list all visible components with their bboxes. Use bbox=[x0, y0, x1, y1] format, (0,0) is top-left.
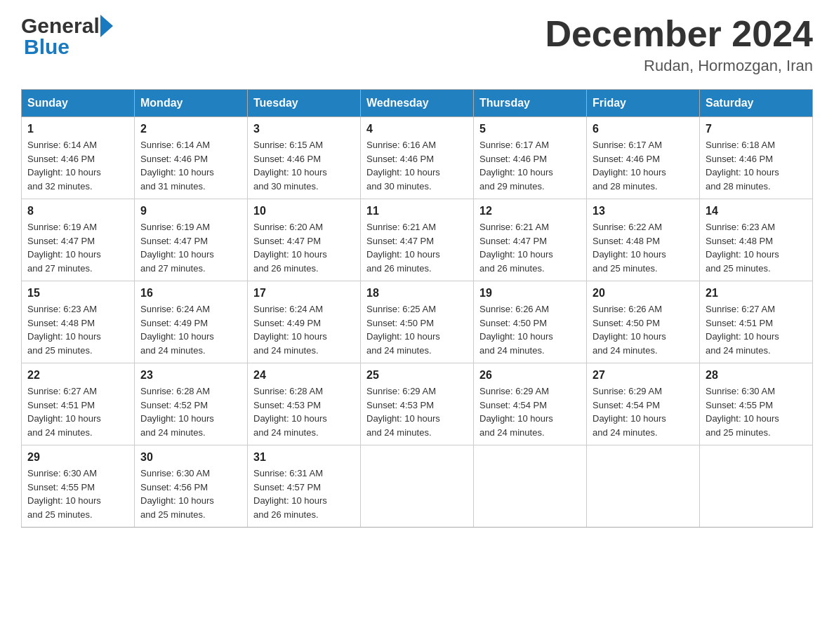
day-number: 9 bbox=[140, 205, 241, 217]
day-info: Sunrise: 6:20 AM Sunset: 4:47 PM Dayligh… bbox=[253, 220, 355, 275]
calendar-day-cell: 29 Sunrise: 6:30 AM Sunset: 4:55 PM Dayl… bbox=[22, 445, 135, 528]
day-number: 14 bbox=[706, 205, 807, 217]
day-info: Sunrise: 6:27 AM Sunset: 4:51 PM Dayligh… bbox=[27, 384, 128, 439]
day-info: Sunrise: 6:22 AM Sunset: 4:48 PM Dayligh… bbox=[593, 220, 694, 275]
calendar-day-cell: 19 Sunrise: 6:26 AM Sunset: 4:50 PM Dayl… bbox=[474, 281, 587, 363]
day-info: Sunrise: 6:27 AM Sunset: 4:51 PM Dayligh… bbox=[706, 302, 807, 357]
day-number: 20 bbox=[593, 287, 694, 300]
calendar-day-cell: 1 Sunrise: 6:14 AM Sunset: 4:46 PM Dayli… bbox=[22, 117, 135, 199]
day-number: 16 bbox=[140, 287, 241, 300]
weekday-header-sunday: Sunday bbox=[22, 90, 135, 117]
day-number: 5 bbox=[479, 123, 581, 135]
day-info: Sunrise: 6:30 AM Sunset: 4:56 PM Dayligh… bbox=[140, 467, 241, 521]
month-year-title: December 2024 bbox=[545, 14, 813, 54]
calendar-day-cell: 2 Sunrise: 6:14 AM Sunset: 4:46 PM Dayli… bbox=[135, 117, 248, 199]
day-number: 13 bbox=[593, 205, 694, 217]
day-number: 1 bbox=[27, 123, 128, 135]
calendar-day-cell: 6 Sunrise: 6:17 AM Sunset: 4:46 PM Dayli… bbox=[587, 117, 700, 199]
day-number: 6 bbox=[593, 123, 694, 135]
day-info: Sunrise: 6:29 AM Sunset: 4:54 PM Dayligh… bbox=[593, 384, 694, 439]
calendar-day-cell bbox=[361, 445, 474, 528]
day-info: Sunrise: 6:25 AM Sunset: 4:50 PM Dayligh… bbox=[366, 302, 468, 357]
day-info: Sunrise: 6:18 AM Sunset: 4:46 PM Dayligh… bbox=[706, 138, 807, 193]
day-info: Sunrise: 6:17 AM Sunset: 4:46 PM Dayligh… bbox=[593, 138, 694, 193]
day-info: Sunrise: 6:28 AM Sunset: 4:53 PM Dayligh… bbox=[253, 384, 355, 439]
day-info: Sunrise: 6:21 AM Sunset: 4:47 PM Dayligh… bbox=[366, 220, 468, 275]
day-number: 7 bbox=[706, 123, 807, 135]
calendar-day-cell: 22 Sunrise: 6:27 AM Sunset: 4:51 PM Dayl… bbox=[22, 363, 135, 445]
calendar-week-row: 22 Sunrise: 6:27 AM Sunset: 4:51 PM Dayl… bbox=[22, 363, 813, 445]
day-number: 29 bbox=[27, 451, 128, 464]
calendar-day-cell: 25 Sunrise: 6:29 AM Sunset: 4:53 PM Dayl… bbox=[361, 363, 474, 445]
calendar-week-row: 29 Sunrise: 6:30 AM Sunset: 4:55 PM Dayl… bbox=[22, 445, 813, 528]
day-number: 23 bbox=[140, 369, 241, 382]
day-info: Sunrise: 6:16 AM Sunset: 4:46 PM Dayligh… bbox=[366, 138, 468, 193]
calendar-day-cell: 7 Sunrise: 6:18 AM Sunset: 4:46 PM Dayli… bbox=[700, 117, 813, 199]
calendar-day-cell: 5 Sunrise: 6:17 AM Sunset: 4:46 PM Dayli… bbox=[474, 117, 587, 199]
day-number: 31 bbox=[253, 451, 355, 464]
calendar-day-cell: 10 Sunrise: 6:20 AM Sunset: 4:47 PM Dayl… bbox=[248, 199, 361, 281]
day-info: Sunrise: 6:19 AM Sunset: 4:47 PM Dayligh… bbox=[27, 220, 128, 275]
day-info: Sunrise: 6:19 AM Sunset: 4:47 PM Dayligh… bbox=[140, 220, 241, 275]
day-number: 30 bbox=[140, 451, 241, 464]
calendar-table: SundayMondayTuesdayWednesdayThursdayFrid… bbox=[21, 89, 813, 528]
day-number: 19 bbox=[479, 287, 581, 300]
logo-general-text: General bbox=[21, 14, 100, 38]
day-info: Sunrise: 6:23 AM Sunset: 4:48 PM Dayligh… bbox=[27, 302, 128, 357]
calendar-day-cell: 20 Sunrise: 6:26 AM Sunset: 4:50 PM Dayl… bbox=[587, 281, 700, 363]
day-info: Sunrise: 6:26 AM Sunset: 4:50 PM Dayligh… bbox=[479, 302, 581, 357]
calendar-day-cell: 31 Sunrise: 6:31 AM Sunset: 4:57 PM Dayl… bbox=[248, 445, 361, 528]
calendar-day-cell bbox=[700, 445, 813, 528]
calendar-day-cell: 14 Sunrise: 6:23 AM Sunset: 4:48 PM Dayl… bbox=[700, 199, 813, 281]
page-header: General Blue December 2024 Rudan, Hormoz… bbox=[21, 14, 813, 75]
day-info: Sunrise: 6:28 AM Sunset: 4:52 PM Dayligh… bbox=[140, 384, 241, 439]
calendar-day-cell: 18 Sunrise: 6:25 AM Sunset: 4:50 PM Dayl… bbox=[361, 281, 474, 363]
day-number: 4 bbox=[366, 123, 468, 135]
calendar-day-cell bbox=[474, 445, 587, 528]
calendar-header-row: SundayMondayTuesdayWednesdayThursdayFrid… bbox=[22, 90, 813, 117]
calendar-day-cell: 24 Sunrise: 6:28 AM Sunset: 4:53 PM Dayl… bbox=[248, 363, 361, 445]
day-info: Sunrise: 6:31 AM Sunset: 4:57 PM Dayligh… bbox=[253, 467, 355, 521]
day-number: 11 bbox=[366, 205, 468, 217]
calendar-day-cell: 8 Sunrise: 6:19 AM Sunset: 4:47 PM Dayli… bbox=[22, 199, 135, 281]
calendar-day-cell: 21 Sunrise: 6:27 AM Sunset: 4:51 PM Dayl… bbox=[700, 281, 813, 363]
day-number: 18 bbox=[366, 287, 468, 300]
title-section: December 2024 Rudan, Hormozgan, Iran bbox=[545, 14, 813, 75]
day-number: 3 bbox=[253, 123, 355, 135]
calendar-day-cell: 28 Sunrise: 6:30 AM Sunset: 4:55 PM Dayl… bbox=[700, 363, 813, 445]
logo-triangle-icon bbox=[100, 15, 113, 37]
weekday-header-monday: Monday bbox=[135, 90, 248, 117]
calendar-day-cell bbox=[587, 445, 700, 528]
day-number: 26 bbox=[479, 369, 581, 382]
calendar-day-cell: 15 Sunrise: 6:23 AM Sunset: 4:48 PM Dayl… bbox=[22, 281, 135, 363]
day-info: Sunrise: 6:23 AM Sunset: 4:48 PM Dayligh… bbox=[706, 220, 807, 275]
calendar-day-cell: 30 Sunrise: 6:30 AM Sunset: 4:56 PM Dayl… bbox=[135, 445, 248, 528]
day-info: Sunrise: 6:30 AM Sunset: 4:55 PM Dayligh… bbox=[706, 384, 807, 439]
weekday-header-wednesday: Wednesday bbox=[361, 90, 474, 117]
calendar-day-cell: 13 Sunrise: 6:22 AM Sunset: 4:48 PM Dayl… bbox=[587, 199, 700, 281]
logo-blue-text: Blue bbox=[21, 35, 114, 59]
logo: General Blue bbox=[21, 14, 114, 59]
day-number: 21 bbox=[706, 287, 807, 300]
calendar-day-cell: 11 Sunrise: 6:21 AM Sunset: 4:47 PM Dayl… bbox=[361, 199, 474, 281]
day-number: 15 bbox=[27, 287, 128, 300]
day-info: Sunrise: 6:29 AM Sunset: 4:54 PM Dayligh… bbox=[479, 384, 581, 439]
weekday-header-thursday: Thursday bbox=[474, 90, 587, 117]
day-info: Sunrise: 6:26 AM Sunset: 4:50 PM Dayligh… bbox=[593, 302, 694, 357]
day-number: 17 bbox=[253, 287, 355, 300]
calendar-day-cell: 9 Sunrise: 6:19 AM Sunset: 4:47 PM Dayli… bbox=[135, 199, 248, 281]
calendar-day-cell: 26 Sunrise: 6:29 AM Sunset: 4:54 PM Dayl… bbox=[474, 363, 587, 445]
day-info: Sunrise: 6:24 AM Sunset: 4:49 PM Dayligh… bbox=[140, 302, 241, 357]
calendar-week-row: 15 Sunrise: 6:23 AM Sunset: 4:48 PM Dayl… bbox=[22, 281, 813, 363]
day-number: 27 bbox=[593, 369, 694, 382]
day-number: 10 bbox=[253, 205, 355, 217]
calendar-week-row: 8 Sunrise: 6:19 AM Sunset: 4:47 PM Dayli… bbox=[22, 199, 813, 281]
calendar-day-cell: 23 Sunrise: 6:28 AM Sunset: 4:52 PM Dayl… bbox=[135, 363, 248, 445]
day-number: 24 bbox=[253, 369, 355, 382]
day-info: Sunrise: 6:14 AM Sunset: 4:46 PM Dayligh… bbox=[140, 138, 241, 193]
calendar-day-cell: 12 Sunrise: 6:21 AM Sunset: 4:47 PM Dayl… bbox=[474, 199, 587, 281]
day-number: 2 bbox=[140, 123, 241, 135]
location-subtitle: Rudan, Hormozgan, Iran bbox=[545, 57, 813, 75]
day-info: Sunrise: 6:17 AM Sunset: 4:46 PM Dayligh… bbox=[479, 138, 581, 193]
day-info: Sunrise: 6:30 AM Sunset: 4:55 PM Dayligh… bbox=[27, 467, 128, 521]
